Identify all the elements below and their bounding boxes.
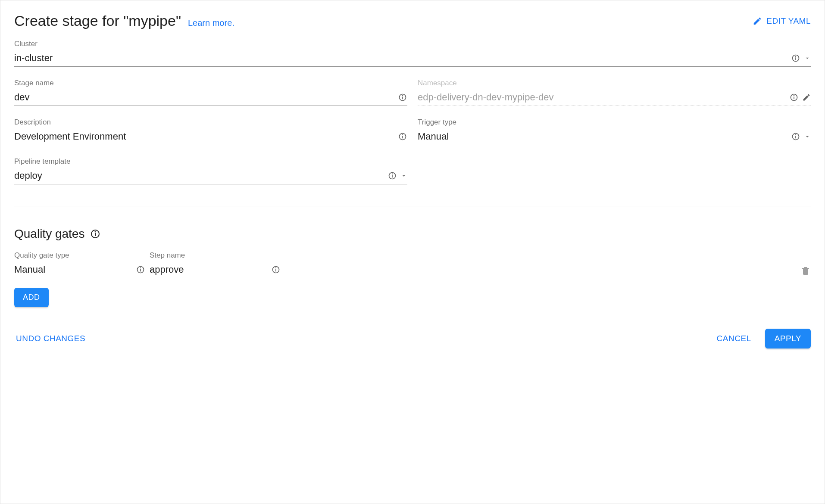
step-name-label: Step name bbox=[150, 251, 275, 260]
pipeline-template-select[interactable] bbox=[14, 168, 407, 184]
svg-point-23 bbox=[141, 268, 141, 268]
edit-yaml-label: EDIT YAML bbox=[766, 16, 811, 26]
description-field: Description bbox=[14, 118, 407, 145]
info-icon[interactable] bbox=[398, 132, 407, 141]
quality-gates-header: Quality gates bbox=[14, 227, 811, 241]
edit-yaml-button[interactable]: EDIT YAML bbox=[753, 16, 811, 26]
info-icon[interactable] bbox=[136, 265, 145, 274]
quality-gate-type-field: Quality gate type bbox=[14, 251, 139, 278]
step-name-input[interactable] bbox=[150, 264, 268, 275]
create-stage-dialog: Create stage for "mypipe" Learn more. ED… bbox=[0, 0, 825, 504]
chevron-down-icon bbox=[804, 55, 811, 62]
learn-more-link[interactable]: Learn more. bbox=[188, 18, 234, 28]
trash-icon[interactable] bbox=[800, 265, 811, 278]
svg-point-8 bbox=[794, 95, 794, 96]
svg-point-26 bbox=[276, 268, 276, 268]
svg-point-2 bbox=[796, 56, 796, 56]
info-icon[interactable] bbox=[398, 93, 407, 102]
add-button[interactable]: ADD bbox=[14, 288, 49, 307]
trigger-type-field: Trigger type bbox=[418, 118, 811, 145]
pipeline-template-field: Pipeline template bbox=[14, 157, 407, 184]
cluster-label: Cluster bbox=[14, 40, 811, 48]
undo-changes-button[interactable]: UNDO CHANGES bbox=[14, 330, 87, 347]
title-wrap: Create stage for "mypipe" Learn more. bbox=[14, 12, 234, 29]
stage-name-input[interactable] bbox=[14, 92, 394, 103]
section-divider bbox=[14, 206, 811, 206]
quality-gates-title: Quality gates bbox=[14, 227, 84, 241]
namespace-label: Namespace bbox=[418, 79, 811, 87]
dialog-footer: UNDO CHANGES CANCEL APPLY bbox=[14, 324, 811, 348]
quality-gate-type-value[interactable] bbox=[14, 264, 133, 275]
description-input[interactable] bbox=[14, 131, 394, 142]
namespace-field: Namespace bbox=[418, 79, 811, 106]
info-icon[interactable] bbox=[90, 228, 101, 240]
pencil-icon[interactable] bbox=[802, 93, 811, 102]
trigger-type-value[interactable] bbox=[418, 131, 788, 142]
svg-point-20 bbox=[95, 232, 96, 232]
namespace-input[interactable] bbox=[418, 92, 786, 103]
info-icon[interactable] bbox=[791, 132, 800, 141]
namespace-input-row bbox=[418, 89, 811, 106]
step-name-input-row bbox=[150, 261, 275, 278]
quality-gate-row: Quality gate type Step name bbox=[14, 251, 811, 278]
stage-name-label: Stage name bbox=[14, 79, 407, 87]
svg-point-5 bbox=[403, 95, 403, 96]
form-grid: Cluster Stage name Name bbox=[14, 40, 811, 206]
quality-gate-type-select[interactable] bbox=[14, 261, 139, 278]
stage-name-input-row bbox=[14, 89, 407, 106]
info-icon[interactable] bbox=[789, 93, 799, 102]
stage-name-field: Stage name bbox=[14, 79, 407, 106]
dialog-header: Create stage for "mypipe" Learn more. ED… bbox=[14, 12, 811, 29]
svg-point-17 bbox=[392, 174, 393, 174]
cluster-field: Cluster bbox=[14, 40, 811, 67]
pipeline-template-label: Pipeline template bbox=[14, 157, 407, 166]
cluster-value[interactable] bbox=[14, 53, 788, 64]
trigger-type-select[interactable] bbox=[418, 128, 811, 145]
description-input-row bbox=[14, 128, 407, 145]
description-label: Description bbox=[14, 118, 407, 127]
cancel-button[interactable]: CANCEL bbox=[715, 330, 753, 347]
info-icon[interactable] bbox=[272, 265, 280, 274]
chevron-down-icon bbox=[804, 133, 811, 140]
svg-point-11 bbox=[403, 134, 403, 135]
quality-gate-type-label: Quality gate type bbox=[14, 251, 139, 260]
pipeline-template-value[interactable] bbox=[14, 170, 384, 181]
info-icon[interactable] bbox=[791, 53, 800, 63]
chevron-down-icon bbox=[400, 172, 407, 179]
cluster-select[interactable] bbox=[14, 50, 811, 67]
trigger-type-label: Trigger type bbox=[418, 118, 811, 127]
dialog-title: Create stage for "mypipe" bbox=[14, 12, 181, 29]
apply-button[interactable]: APPLY bbox=[765, 329, 811, 348]
info-icon[interactable] bbox=[388, 171, 397, 180]
step-name-field: Step name bbox=[150, 251, 275, 278]
svg-point-14 bbox=[796, 134, 796, 135]
pencil-icon bbox=[753, 16, 762, 26]
